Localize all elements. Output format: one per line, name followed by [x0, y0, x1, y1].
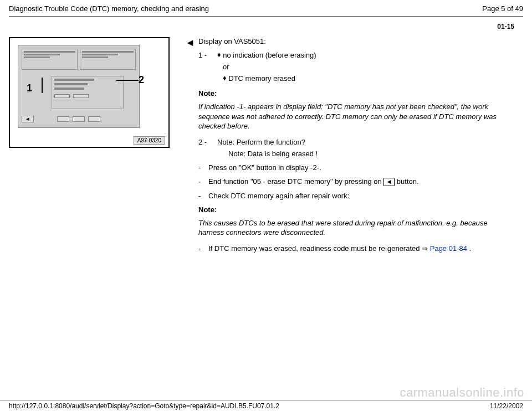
callout-2-leader [116, 80, 139, 81]
dash-bullet: - [198, 177, 208, 186]
bottom-btn [88, 116, 100, 122]
diamond-bullet-icon: ♦ [223, 74, 227, 82]
placeholder-line [82, 56, 108, 58]
callout-2: 2 [139, 74, 144, 86]
dialog-btn [73, 94, 89, 98]
item-number: 1 - [198, 51, 217, 59]
page-header: Diagnostic Trouble Code (DTC) memory, ch… [0, 0, 532, 16]
step-2: - End function "05 - erase DTC memory" b… [198, 177, 510, 186]
screen-dialog [52, 76, 124, 109]
list-item-1: 1 - ♦ no indication (before erasing) [198, 51, 510, 59]
dash-bullet: - [198, 244, 208, 253]
step-2a: End function "05 - erase DTC memory" by … [208, 177, 383, 186]
dialog-buttons [54, 94, 121, 98]
step-4-text: If DTC memory was erased, readiness code… [208, 244, 471, 253]
step-4: - If DTC memory was erased, readiness co… [198, 244, 510, 253]
page-code: 01-15 [0, 23, 532, 30]
footer-url: http://127.0.0.1:8080/audi/servlet/Displ… [9, 402, 279, 410]
item-1b-text: DTC memory erased [227, 74, 295, 83]
note-body: This causes DTCs to be erased that were … [198, 218, 510, 238]
callout-1-leader [42, 78, 43, 93]
watermark: carmanualsonline.info [400, 386, 524, 400]
nav-back-icon: ◄ [22, 116, 34, 122]
list-item-1b: ♦ DTC memory erased [223, 74, 510, 83]
dash-bullet: - [198, 163, 208, 172]
step-3-text: Check DTC memory again after repair work… [208, 192, 349, 200]
diagnostic-screen-figure: ◄ 1 2 A97-0320 [9, 37, 170, 148]
note-heading: Note: [198, 89, 510, 97]
page-counter: Page 5 of 49 [482, 4, 523, 13]
figure-label: A97-0320 [134, 136, 165, 145]
top-panel-right [80, 49, 136, 70]
step-1-text: Press on "OK" button in display -2-. [208, 163, 321, 172]
step-2b: button. [395, 177, 418, 186]
step-2-text: End function "05 - erase DTC memory" by … [208, 177, 419, 186]
bottom-buttons [57, 116, 100, 122]
bottom-btn [57, 116, 69, 122]
placeholder-line [82, 51, 134, 53]
placeholder-line [24, 51, 75, 53]
placeholder-line [54, 88, 84, 90]
item-number: 2 - [198, 138, 217, 146]
item-1-text: no indication (before erasing) [221, 51, 316, 59]
vas-screen: ◄ [18, 45, 140, 128]
note-heading: Note: [198, 206, 510, 214]
figure-column: ◄ 1 2 A97-0320 [9, 37, 181, 264]
page-link[interactable]: Page 01-84 [430, 244, 467, 253]
screen-top-panels [22, 49, 136, 70]
callout-1: 1 [27, 83, 32, 94]
placeholder-line [82, 54, 118, 55]
step-4b: . [467, 244, 471, 253]
item-2-text: Note: Perform the function? [217, 138, 305, 146]
placeholder-line [54, 83, 88, 85]
step-4a: If DTC memory was erased, readiness code… [208, 244, 430, 253]
placeholder-line [54, 79, 94, 81]
diamond-bullet-icon: ♦ [217, 50, 221, 59]
content-body: Display on VAS5051: 1 - ♦ no indication … [198, 37, 523, 258]
placeholder-line [24, 56, 50, 58]
or-separator: or [223, 63, 510, 71]
item-text: ♦ no indication (before erasing) [217, 51, 316, 59]
header-rule [9, 16, 523, 17]
footer-date: 11/22/2002 [490, 402, 523, 410]
list-item-2: 2 - Note: Perform the function? [198, 138, 510, 146]
text-column: ◄ Display on VAS5051: 1 - ♦ no indicatio… [181, 37, 523, 264]
placeholder-line [24, 54, 60, 55]
bottom-btn [73, 116, 85, 122]
pointer-arrow-icon: ◄ [185, 37, 198, 49]
dash-bullet: - [198, 192, 208, 200]
note-body: If indication -1- appears in display fie… [198, 102, 510, 131]
doc-title: Diagnostic Trouble Code (DTC) memory, ch… [9, 4, 209, 13]
back-button-icon: ◄ [383, 178, 395, 186]
item-2-sub: Note: Data is being erased ! [228, 150, 510, 158]
top-panel-left [22, 49, 78, 70]
step-3: - Check DTC memory again after repair wo… [198, 192, 510, 200]
screen-bottom-bar: ◄ [22, 114, 136, 124]
dialog-btn [54, 94, 70, 98]
main-content: ◄ 1 2 A97-0320 ◄ Display on VAS5051: [0, 37, 532, 264]
step-1: - Press on "OK" button in display -2-. [198, 163, 510, 172]
lead-text: Display on VAS5051: [198, 37, 510, 45]
page-footer: http://127.0.0.1:8080/audi/servlet/Displ… [0, 400, 532, 411]
lead-row: ◄ Display on VAS5051: 1 - ♦ no indicatio… [185, 37, 523, 258]
